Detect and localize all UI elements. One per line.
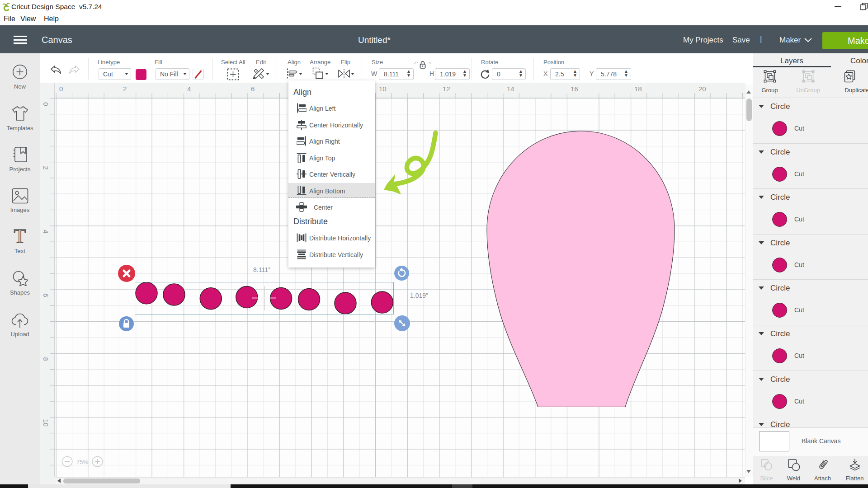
svg-text:75%: 75%	[76, 459, 88, 465]
